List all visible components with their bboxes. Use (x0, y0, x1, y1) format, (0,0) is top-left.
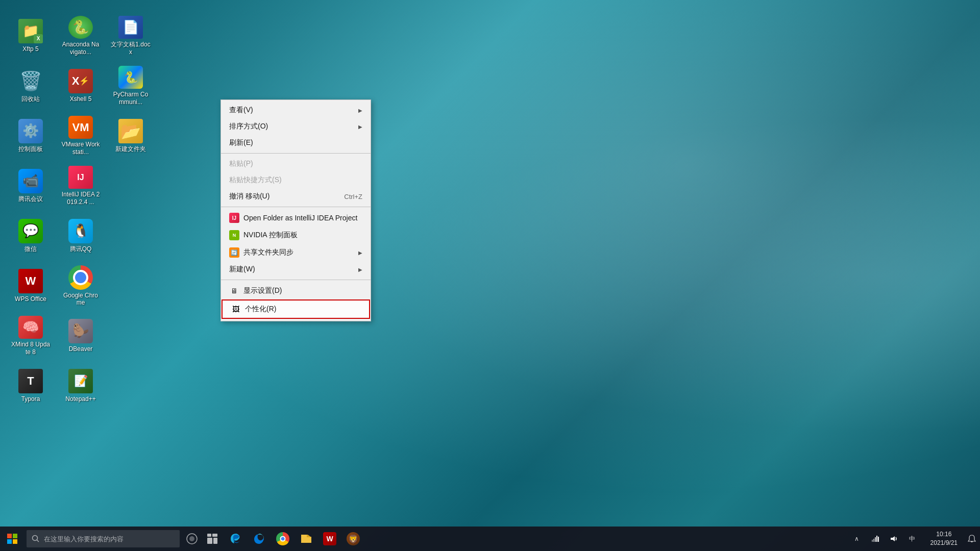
desktop-icon-dbeaver[interactable]: 🦫 DBeaver (58, 313, 104, 359)
svg-rect-6 (207, 538, 212, 544)
dbeaver-icon: 🦫 (68, 319, 93, 343)
xftp-label: Xftp 5 (22, 45, 38, 53)
chrome-taskbar-icon (276, 532, 289, 545)
pycharm-icon: 🐍 (118, 66, 143, 89)
menu-separator-1 (221, 153, 371, 154)
wechat-label: 微信 (24, 245, 37, 253)
menu-item-paste-label: 粘贴(P) (229, 159, 362, 168)
desktop-icon-vmware[interactable]: VM VMware Workstati... (58, 113, 104, 159)
tray-network[interactable] (867, 531, 884, 547)
nvidia-icon: N (229, 230, 239, 240)
svg-point-3 (189, 536, 194, 541)
search-icon (32, 535, 40, 543)
taskbar-app-6[interactable]: 🦁 (342, 528, 364, 550)
taskbar-clock[interactable]: 10:16 2021/9/21 (924, 530, 964, 547)
menu-item-view[interactable]: 查看(V) ▶ (221, 102, 371, 118)
menu-item-undo[interactable]: 撤消 移动(U) Ctrl+Z (221, 188, 371, 205)
menu-item-paste-shortcut-label: 粘贴快捷方式(S) (229, 176, 362, 185)
control-icon: ⚙️ (18, 119, 43, 143)
desktop-icon-wechat[interactable]: 💬 微信 (8, 213, 54, 259)
start-button[interactable] (0, 527, 24, 551)
menu-item-personalize[interactable]: 🖼 个性化(R) (222, 299, 370, 319)
menu-item-share-sync-label: 共享文件夹同步 (243, 248, 358, 257)
wechat-icon: 💬 (18, 219, 43, 243)
tencent-meeting-icon: 📹 (18, 169, 43, 193)
desktop-icon-typora[interactable]: T Typora (8, 363, 54, 409)
svg-rect-7 (213, 538, 217, 544)
menu-item-new[interactable]: 新建(W) ▶ (221, 261, 371, 278)
menu-arrow-sort: ▶ (358, 124, 362, 130)
menu-item-view-label: 查看(V) (229, 106, 358, 115)
svg-rect-11 (876, 536, 877, 542)
tray-expand[interactable]: ∧ (849, 531, 865, 547)
desktop-icon-xshell[interactable]: X⚡ Xshell 5 (58, 63, 104, 109)
vmware-label: VMware Workstati... (61, 141, 101, 156)
svg-point-0 (33, 536, 38, 541)
tray-language[interactable]: 中 (904, 531, 920, 547)
desktop-icon-anaconda[interactable]: 🐍 Anaconda Navigato... (58, 13, 104, 59)
desktop-icon-newfolder[interactable]: 📂 新建文件夹 (108, 113, 154, 159)
menu-item-share-sync[interactable]: 🔄 共享文件夹同步 ▶ (221, 244, 371, 261)
recycle-label: 回收站 (21, 95, 40, 103)
idea-icon: IJ (229, 213, 239, 223)
menu-separator-2 (221, 207, 371, 207)
desktop-icon-xftp[interactable]: 📁 X Xftp 5 (8, 13, 54, 59)
taskbar-app-files[interactable] (295, 528, 317, 550)
anaconda-label: Anaconda Navigato... (61, 41, 101, 56)
taskbar-app-edge-new[interactable] (248, 528, 271, 550)
search-input[interactable] (44, 535, 166, 543)
tencent-meeting-label: 腾讯会议 (18, 195, 43, 203)
cortana-icon (186, 533, 198, 545)
qq-icon: 🐧 (68, 219, 93, 243)
taskbar-app-chrome[interactable] (272, 528, 294, 550)
desktop-icons-container: 📁 X Xftp 5 🐍 Anaconda Navigato... 📄 文字文稿… (0, 5, 161, 416)
control-label: 控制面板 (18, 145, 43, 153)
menu-item-sort[interactable]: 排序方式(O) ▶ (221, 118, 371, 135)
taskbar: W 🦁 ∧ (0, 527, 980, 551)
desktop-icon-tencent-meeting[interactable]: 📹 腾讯会议 (8, 163, 54, 209)
menu-item-paste[interactable]: 粘贴(P) (221, 156, 371, 172)
tray-volume[interactable] (886, 531, 902, 547)
desktop-icon-intellij[interactable]: IJ IntelliJ IDEA 2019.2.4 ... (58, 163, 104, 209)
desktop-icon-docx[interactable]: 📄 文字文稿1.docx (108, 13, 154, 59)
menu-item-undo-label: 撤消 移动(U) (229, 192, 334, 201)
menu-item-refresh[interactable]: 刷新(E) (221, 135, 371, 151)
cortana-button[interactable] (182, 529, 202, 549)
menu-item-display[interactable]: 🖥 显示设置(D) (221, 282, 371, 299)
taskbar-app-wps[interactable]: W (318, 528, 341, 550)
files-icon (300, 532, 313, 545)
desktop-icon-wps[interactable]: W WPS Office (8, 263, 54, 309)
menu-arrow-new: ▶ (358, 267, 362, 272)
menu-item-idea-label: Open Folder as IntelliJ IDEA Project (243, 214, 362, 222)
display-icon: 🖥 (229, 286, 239, 296)
recycle-icon: 🗑️ (18, 69, 43, 93)
menu-item-paste-shortcut[interactable]: 粘贴快捷方式(S) (221, 172, 371, 188)
newfolder-icon: 📂 (118, 119, 143, 143)
menu-item-nvidia[interactable]: N NVIDIA 控制面板 (221, 227, 371, 244)
desktop-icon-qq[interactable]: 🐧 腾讯QQ (58, 213, 104, 259)
taskbar-search-box[interactable] (27, 530, 180, 547)
qq-label: 腾讯QQ (70, 245, 92, 253)
task-view-icon (207, 533, 218, 544)
system-tray: ∧ 中 (845, 527, 924, 551)
desktop-icon-control[interactable]: ⚙️ 控制面板 (8, 113, 54, 159)
desktop-icon-xmind[interactable]: 🧠 XMind 8 Update 8 (8, 313, 54, 359)
desktop-icon-recycle[interactable]: 🗑️ 回收站 (8, 63, 54, 109)
wps-taskbar-icon: W (323, 532, 336, 545)
notification-center[interactable] (964, 527, 980, 551)
desktop-icon-chrome[interactable]: Google Chrome (58, 263, 104, 309)
anaconda-icon: 🐍 (68, 16, 93, 39)
share-icon: 🔄 (229, 247, 239, 258)
svg-rect-9 (873, 539, 874, 542)
menu-item-idea[interactable]: IJ Open Folder as IntelliJ IDEA Project (221, 209, 371, 227)
desktop-icon-notepadpp[interactable]: 📝 Notepad++ (58, 363, 104, 409)
task-view-button[interactable] (202, 529, 223, 549)
xshell-label: Xshell 5 (70, 95, 92, 103)
menu-item-new-label: 新建(W) (229, 265, 358, 274)
desktop-icon-pycharm[interactable]: 🐍 PyCharm Communi... (108, 63, 154, 109)
taskbar-app-edge[interactable] (225, 528, 247, 550)
svg-rect-4 (207, 534, 211, 537)
svg-rect-12 (878, 537, 879, 542)
context-menu: 查看(V) ▶ 排序方式(O) ▶ 刷新(E) 粘贴(P) 粘贴快捷方式(S) … (220, 99, 371, 321)
clock-time: 10:16 (936, 530, 951, 539)
